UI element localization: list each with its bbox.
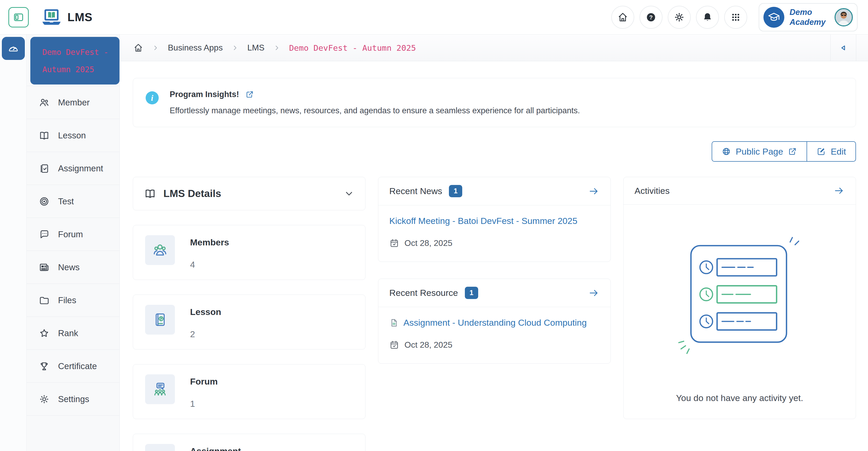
stat-label: Forum [190, 377, 218, 387]
active-program[interactable]: Demo DevFest - Autumn 2025 [30, 37, 120, 85]
sidebar-menu: Demo DevFest - Autumn 2025 Member Lesson… [27, 34, 120, 451]
chevron-right-icon [274, 44, 280, 51]
trophy-icon [39, 361, 50, 372]
resource-item-row: Assignment - Understanding Cloud Computi… [389, 318, 599, 328]
stat-label: Assignment [190, 446, 241, 451]
sidebar-item-news[interactable]: News [27, 251, 120, 284]
dashboard-shortcut[interactable] [2, 37, 25, 60]
recent-resource-title: Recent Resource [389, 288, 458, 298]
sidebar-toggle-button[interactable] [8, 7, 29, 27]
page-content: i Program Insights! Effortlessly manage … [120, 61, 868, 451]
recent-news-title: Recent News [389, 186, 442, 196]
activities-title: Activities [634, 186, 670, 196]
svg-text:?: ? [649, 14, 653, 21]
notifications-button[interactable] [696, 6, 719, 29]
stat-text: Lesson 2 [190, 305, 221, 339]
stat-card-assignment[interactable]: Assignment 2 [133, 434, 366, 451]
apps-grid-button[interactable] [724, 6, 747, 29]
sidebar-item-member[interactable]: Member [27, 86, 120, 119]
sidebar-item-label: Forum [58, 230, 83, 239]
program-insights-banner: i Program Insights! Effortlessly manage … [133, 78, 856, 127]
breadcrumb-bar: Business Apps LMS Demo DevFest - Autumn … [120, 34, 868, 61]
forum-chat-icon [145, 374, 175, 404]
sidebar-icon-rail [0, 34, 27, 451]
app-header: LMS ? Demo Academy [0, 0, 868, 34]
chat-icon [39, 229, 50, 240]
sidebar-item-label: Rank [58, 328, 78, 338]
breadcrumb-business-apps[interactable]: Business Apps [168, 43, 223, 53]
breadcrumb-home[interactable] [133, 43, 143, 53]
page-actions: Public Page Edit [133, 141, 856, 162]
star-icon [39, 328, 50, 339]
gear-icon [674, 12, 685, 23]
main-area: Business Apps LMS Demo DevFest - Autumn … [120, 34, 868, 451]
sidebar-item-label: News [58, 262, 80, 272]
info-icon: i [146, 91, 159, 104]
members-group-icon [145, 235, 175, 265]
external-link-icon[interactable] [245, 90, 254, 99]
stat-text: Assignment 2 [190, 444, 241, 451]
arrow-right-icon [588, 287, 599, 299]
lesson-book-icon [145, 305, 175, 335]
bell-icon [702, 12, 713, 23]
banner-description: Effortlessly manage meetings, news, reso… [170, 106, 580, 115]
resource-item-link[interactable]: Assignment - Understanding Cloud Computi… [403, 318, 587, 328]
home-button[interactable] [611, 6, 634, 29]
sidebar: Demo DevFest - Autumn 2025 Member Lesson… [0, 34, 120, 451]
lms-details-header[interactable]: LMS Details [133, 177, 366, 210]
sidebar-item-forum[interactable]: Forum [27, 218, 120, 251]
resource-item-date-row: Oct 28, 2025 [389, 340, 599, 350]
chevron-right-icon [231, 44, 239, 51]
recent-news-count-badge: 1 [449, 185, 462, 197]
sidebar-item-certificate[interactable]: Certificate [27, 350, 120, 383]
stat-text: Members 4 [190, 235, 229, 270]
account-name: Demo Academy [789, 7, 829, 27]
activities-body: You do not have any activity yet. [624, 205, 856, 419]
users-icon [39, 97, 50, 108]
stat-card-lesson[interactable]: Lesson 2 [133, 295, 366, 350]
app-logo[interactable]: LMS [40, 8, 93, 27]
book-open-icon [39, 130, 50, 141]
settings-button[interactable] [668, 6, 691, 29]
chevron-down-icon[interactable] [344, 188, 354, 199]
recent-news-arrow-button[interactable] [588, 185, 599, 197]
arrow-right-icon [833, 185, 845, 197]
stat-card-forum[interactable]: Forum 1 [133, 364, 366, 419]
clipboard-check-icon [39, 163, 50, 174]
public-page-button[interactable]: Public Page [712, 141, 807, 162]
help-button[interactable]: ? [640, 6, 662, 29]
breadcrumb-edge-cell [856, 34, 868, 61]
globe-icon [721, 147, 731, 156]
sidebar-item-label: Files [58, 295, 76, 305]
lms-details-column: LMS Details [133, 177, 366, 451]
calendar-icon [389, 340, 399, 350]
recent-resource-header: Recent Resource 1 [378, 279, 611, 307]
sidebar-item-test[interactable]: Test [27, 185, 120, 218]
sidebar-item-label: Test [58, 197, 74, 206]
sidebar-item-settings[interactable]: Settings [27, 383, 120, 416]
news-item-link[interactable]: Kickoff Meeting - Batoi DevFest - Summer… [389, 216, 599, 226]
sidebar-item-lesson[interactable]: Lesson [27, 119, 120, 152]
sidebar-item-assignment[interactable]: Assignment [27, 152, 120, 185]
sidebar-item-rank[interactable]: Rank [27, 317, 120, 350]
sidebar-item-files[interactable]: Files [27, 284, 120, 317]
gear-icon [39, 394, 50, 405]
breadcrumb-lms[interactable]: LMS [247, 43, 265, 53]
stat-card-members[interactable]: Members 4 [133, 225, 366, 280]
activities-column: Activities [623, 177, 856, 419]
activities-header: Activities [624, 177, 856, 205]
recent-resource-arrow-button[interactable] [588, 287, 599, 299]
avatar[interactable] [835, 8, 853, 26]
pdf-file-icon [389, 318, 399, 328]
folder-icon [39, 295, 50, 306]
edit-button[interactable]: Edit [807, 141, 856, 162]
lms-laptop-icon [40, 8, 63, 27]
stat-count: 1 [190, 399, 218, 409]
public-page-label: Public Page [736, 147, 783, 157]
account-menu[interactable]: Demo Academy [759, 3, 858, 31]
breadcrumb-current: Demo DevFest - Autumn 2025 [289, 43, 416, 53]
recent-resource-body: Assignment - Understanding Cloud Computi… [378, 307, 611, 363]
activities-arrow-button[interactable] [833, 185, 845, 197]
triangle-left-icon [838, 43, 848, 53]
collapse-panel-button[interactable] [830, 34, 856, 61]
